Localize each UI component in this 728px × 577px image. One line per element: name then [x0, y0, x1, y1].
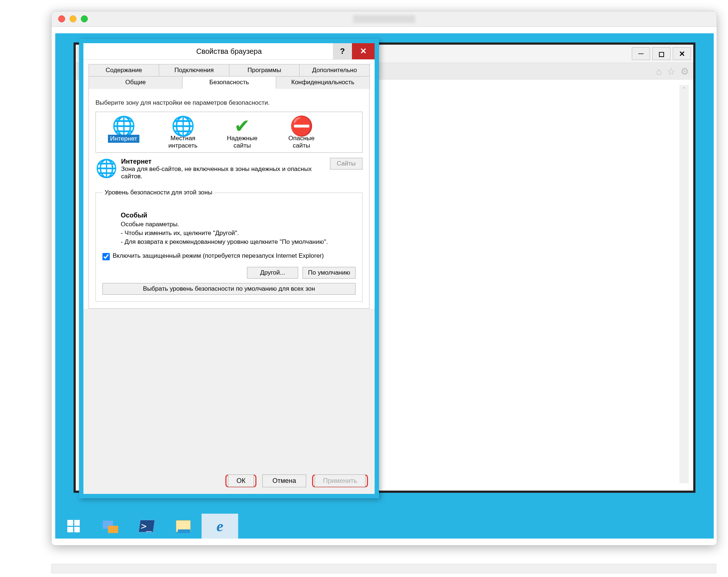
mac-titlebar [52, 11, 717, 27]
mac-maximize-icon[interactable] [81, 15, 88, 22]
zone-internet[interactable]: 🌐 Интернет [98, 115, 149, 149]
protected-mode-checkbox[interactable] [102, 253, 110, 260]
security-line-2: - Чтобы изменить их, щелкните "Другой". [121, 230, 356, 237]
dialog-help-button[interactable]: ? [333, 43, 352, 59]
zone-name: Интернет [121, 158, 151, 165]
zone-picker: 🌐 Интернет 🌐 Местная интрасеть ✔ Надежны… [95, 112, 363, 153]
security-level-group: Уровень безопасности для этой зоны Особы… [95, 189, 363, 302]
tab-programs-tab[interactable]: Программы [229, 64, 300, 76]
zone-description: Зона для веб-сайтов, не включенных в зон… [121, 165, 312, 180]
tab-privacy[interactable]: Конфиденциальность [276, 76, 370, 89]
server-manager-icon [103, 519, 117, 533]
tab-content-tab[interactable]: Содержание [89, 64, 159, 76]
globe-icon: 🌐 [95, 158, 116, 180]
zone-label: Интернет [108, 135, 139, 143]
globe-icon: 🌐 [98, 115, 149, 134]
zone-intranet[interactable]: 🌐 Местная интрасеть [157, 115, 209, 149]
tab-general[interactable]: Общие [89, 76, 183, 89]
powershell-icon: >_ [139, 520, 155, 532]
reset-all-zones-button[interactable]: Выбрать уровень безопасности по умолчани… [102, 283, 356, 295]
zone-label: Опасные [276, 135, 327, 142]
mac-title-text [353, 15, 415, 23]
zone-sublabel: интрасеть [157, 142, 209, 149]
tab-advanced-tab[interactable]: Дополнительно [299, 64, 370, 76]
taskbar-ie[interactable]: e [202, 514, 238, 539]
dialog-footer: ОК Отмена Применить [225, 474, 368, 487]
protected-mode-label[interactable]: Включить защищенный режим (потребуется п… [102, 252, 356, 260]
mac-close-icon[interactable] [58, 15, 65, 22]
zone-label: Местная [157, 135, 209, 142]
zones-hint: Выберите зону для настройки ее параметро… [95, 99, 363, 107]
dialog-titlebar: Свойства браузера ? ✕ [83, 43, 375, 60]
start-button[interactable] [55, 514, 92, 539]
scroll-up-icon[interactable]: ˆ [679, 85, 689, 94]
ie-minimize-button[interactable]: ─ [632, 47, 650, 60]
dialog-title: Свойства браузера [196, 47, 262, 56]
check-icon: ✔ [217, 115, 268, 134]
mac-window: ─ ◻ ✕ ной... ✕ ⌂ ☆ ⚙ асности Internet Ex… [51, 11, 717, 546]
dialog-close-button[interactable]: ✕ [352, 43, 375, 59]
security-legend: Уровень безопасности для этой зоны [102, 189, 214, 196]
tab-security[interactable]: Безопасность [182, 76, 276, 89]
prohibited-icon: ⛔ [276, 115, 327, 134]
taskbar: >_ e [55, 514, 714, 539]
ok-highlight: ОК [225, 474, 256, 487]
favorites-icon[interactable]: ☆ [667, 66, 675, 77]
security-line-1: Особые параметры. [121, 221, 356, 228]
internet-options-dialog: Свойства браузера ? ✕ Содержание Подключ… [79, 39, 379, 498]
tabs-row-1: Содержание Подключения Программы Дополни… [89, 64, 369, 76]
security-line-3: - Для возврата к рекомендованному уровню… [121, 238, 356, 246]
gear-icon[interactable]: ⚙ [680, 66, 689, 77]
zone-restricted[interactable]: ⛔ Опасные сайты [276, 115, 327, 149]
default-level-button[interactable]: По умолчанию [303, 267, 356, 279]
cancel-button[interactable]: Отмена [262, 474, 306, 487]
windows-icon [67, 520, 80, 532]
ie-close-button[interactable]: ✕ [673, 47, 691, 60]
zone-label: Надежные [217, 135, 268, 142]
zone-trusted[interactable]: ✔ Надежные сайты [217, 115, 268, 149]
apply-highlight: Применить [312, 474, 368, 487]
taskbar-explorer[interactable] [165, 514, 202, 539]
tab-connections-tab[interactable]: Подключения [159, 64, 229, 76]
ie-maximize-button[interactable]: ◻ [652, 47, 671, 60]
home-icon[interactable]: ⌂ [656, 66, 662, 77]
mac-minimize-icon[interactable] [70, 15, 76, 22]
zone-sublabel: сайты [276, 142, 327, 149]
custom-level-button[interactable]: Другой... [247, 267, 298, 279]
remote-desktop: ─ ◻ ✕ ной... ✕ ⌂ ☆ ⚙ асности Internet Ex… [55, 33, 714, 539]
protected-mode-text: Включить защищенный режим (потребуется п… [113, 252, 324, 260]
security-level: Особый [121, 212, 147, 219]
ie-scrollbar[interactable]: ˆ [679, 85, 689, 483]
tabs-row-2: Общие Безопасность Конфиденциальность [89, 76, 369, 89]
taskbar-server-manager[interactable] [92, 514, 128, 539]
intranet-icon: 🌐 [157, 115, 209, 134]
sites-button[interactable]: Сайты [330, 158, 363, 170]
zone-sublabel: сайты [217, 142, 268, 149]
outer-scrollbar[interactable] [51, 564, 716, 573]
taskbar-powershell[interactable]: >_ [128, 514, 165, 539]
ok-button[interactable]: ОК [228, 474, 254, 487]
tab-security-panel: Выберите зону для настройки ее параметро… [89, 89, 369, 309]
file-explorer-icon [176, 520, 191, 532]
internet-explorer-icon: e [217, 517, 224, 535]
apply-button[interactable]: Применить [315, 474, 365, 487]
